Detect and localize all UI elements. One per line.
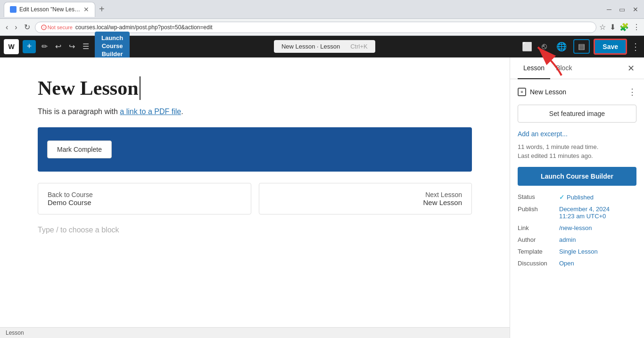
- globe-button[interactable]: 🌐: [553, 40, 570, 54]
- last-edited: Last edited 11 minutes ago.: [518, 152, 636, 159]
- block-placeholder[interactable]: Type / to choose a block: [38, 226, 472, 234]
- sidebar-tabs: Lesson Block ✕: [510, 58, 644, 79]
- edit-pen-button[interactable]: ✏: [40, 40, 50, 53]
- next-lesson-name: New Lesson: [269, 198, 462, 206]
- sidebar-close-button[interactable]: ✕: [626, 61, 636, 75]
- tab-favicon: [10, 6, 17, 13]
- minimize-button[interactable]: ─: [605, 5, 613, 14]
- toolbar-right: ⬜ ⎋ 🌐 ▤ Save ⋮: [519, 39, 640, 55]
- close-window-button[interactable]: ✕: [631, 5, 640, 14]
- publish-value[interactable]: December 4, 2024 11:23 am UTC+0: [559, 206, 610, 220]
- published-check-icon: ✓: [559, 193, 565, 201]
- launch-course-builder-toolbar-button[interactable]: Launch Course Builder: [95, 32, 130, 61]
- sidebar-content: ≡ New Lesson ⋮ Set featured image Add an…: [510, 79, 644, 274]
- mark-complete-button[interactable]: Mark Complete: [47, 140, 112, 158]
- paragraph-block: This is a paragraph with a link to a PDF…: [38, 107, 472, 116]
- new-tab-button[interactable]: +: [97, 4, 107, 15]
- maximize-button[interactable]: ▭: [617, 5, 627, 14]
- author-value[interactable]: admin: [559, 236, 576, 243]
- browser-actions: ☆ ⬇ 🧩 ⋮: [599, 23, 640, 32]
- meta-row-discussion: Discussion Open: [518, 260, 636, 267]
- status-label: Status: [518, 193, 555, 200]
- svg-point-0: [11, 8, 15, 11]
- reload-button[interactable]: ↻: [22, 22, 32, 33]
- shortcut-text: Ctrl+K: [350, 43, 367, 50]
- bookmark-button[interactable]: ☆: [599, 23, 606, 32]
- toolbar-breadcrumb: New Lesson · Lesson Ctrl+K: [274, 40, 375, 53]
- browser-chrome: Edit Lesson "New Lesson" < cou ✕ + ─ ▭ ✕: [0, 0, 644, 19]
- svg-text:!: !: [43, 25, 44, 30]
- status-value: ✓ Published: [559, 193, 594, 201]
- template-value[interactable]: Single Lesson: [559, 248, 598, 255]
- next-lesson-block: Next Lesson New Lesson: [259, 183, 472, 214]
- external-link-button[interactable]: ⎋: [539, 40, 550, 53]
- undo-button[interactable]: ↩: [53, 40, 63, 53]
- back-to-course-block: Back to Course Demo Course: [38, 183, 251, 214]
- author-label: Author: [518, 236, 555, 243]
- settings-panel-button[interactable]: ▤: [573, 39, 590, 54]
- not-secure-indicator: ! Not secure: [41, 25, 73, 30]
- discussion-value[interactable]: Open: [559, 260, 574, 267]
- lesson-title: New Lesson: [38, 76, 472, 100]
- url-text: courses.local/wp-admin/post.php?post=50&…: [75, 24, 213, 31]
- sidebar-meta: Status ✓ Published Publish December 4, 2…: [518, 193, 636, 267]
- discussion-label: Discussion: [518, 260, 555, 267]
- post-type-icon: ≡: [518, 88, 526, 96]
- view-button[interactable]: ⬜: [519, 40, 535, 54]
- meta-row-template: Template Single Lesson: [518, 248, 636, 255]
- template-label: Template: [518, 248, 555, 255]
- editor-status-bar: Lesson: [0, 327, 510, 338]
- extensions-button[interactable]: 🧩: [619, 23, 629, 32]
- browser-tab-active[interactable]: Edit Lesson "New Lesson" < cou ✕: [4, 2, 95, 17]
- wp-logo[interactable]: W: [4, 39, 19, 54]
- pdf-link[interactable]: a link to a PDF file: [120, 107, 181, 115]
- add-block-button[interactable]: +: [23, 40, 36, 53]
- browser-tabs: Edit Lesson "New Lesson" < cou ✕ +: [4, 0, 107, 18]
- post-info-title: ≡ New Lesson: [518, 88, 566, 96]
- redo-button[interactable]: ↪: [67, 40, 77, 53]
- set-featured-image-button[interactable]: Set featured image: [518, 105, 636, 123]
- meta-row-status: Status ✓ Published: [518, 193, 636, 201]
- back-course-name: Demo Course: [48, 198, 241, 206]
- text-cursor: [140, 76, 140, 100]
- meta-row-publish: Publish December 4, 2024 11:23 am UTC+0: [518, 206, 636, 220]
- editor-area[interactable]: New Lesson This is a paragraph with a li…: [0, 58, 510, 338]
- download-button[interactable]: ⬇: [610, 23, 616, 32]
- meta-row-author: Author admin: [518, 236, 636, 243]
- window-controls: ─ ▭ ✕: [605, 5, 640, 14]
- main-layout: New Lesson This is a paragraph with a li…: [0, 58, 644, 338]
- tab-lesson[interactable]: Lesson: [518, 58, 550, 79]
- wp-toolbar: W + ✏ ↩ ↪ ☰ Launch Course Builder New Le…: [0, 36, 644, 58]
- save-button[interactable]: Save: [594, 39, 627, 55]
- word-count: 11 words, 1 minute read time.: [518, 143, 636, 150]
- mark-complete-block: Mark Complete: [38, 127, 472, 172]
- address-bar[interactable]: ! Not secure courses.local/wp-admin/post…: [35, 22, 596, 33]
- back-label: Back to Course: [48, 191, 241, 198]
- meta-row-link: Link /new-lesson: [518, 224, 636, 231]
- tab-block[interactable]: Block: [550, 58, 578, 79]
- forward-nav-button[interactable]: ›: [13, 22, 19, 33]
- tab-close-icon[interactable]: ✕: [83, 6, 89, 13]
- add-excerpt-link[interactable]: Add an excerpt...: [518, 130, 636, 138]
- next-label: Next Lesson: [269, 191, 462, 198]
- publish-label: Publish: [518, 206, 555, 213]
- tab-title: Edit Lesson "New Lesson" < cou: [19, 6, 81, 13]
- post-more-button[interactable]: ⋮: [628, 87, 636, 97]
- toolbar-center: New Lesson · Lesson Ctrl+K: [133, 40, 515, 53]
- breadcrumb-text: New Lesson · Lesson: [281, 43, 340, 50]
- browser-menu-button[interactable]: ⋮: [633, 23, 640, 32]
- launch-course-builder-sidebar-button[interactable]: Launch Course Builder: [518, 167, 636, 186]
- list-view-button[interactable]: ☰: [81, 40, 91, 53]
- navigation-blocks: Back to Course Demo Course Next Lesson N…: [38, 183, 472, 214]
- post-info-row: ≡ New Lesson ⋮: [518, 87, 636, 97]
- more-options-button[interactable]: ⋮: [631, 41, 640, 52]
- back-nav-button[interactable]: ‹: [4, 22, 10, 33]
- sidebar: Lesson Block ✕ ≡ New Lesson ⋮ Set featur…: [510, 58, 644, 338]
- link-value[interactable]: /new-lesson: [559, 224, 592, 231]
- link-label: Link: [518, 224, 555, 231]
